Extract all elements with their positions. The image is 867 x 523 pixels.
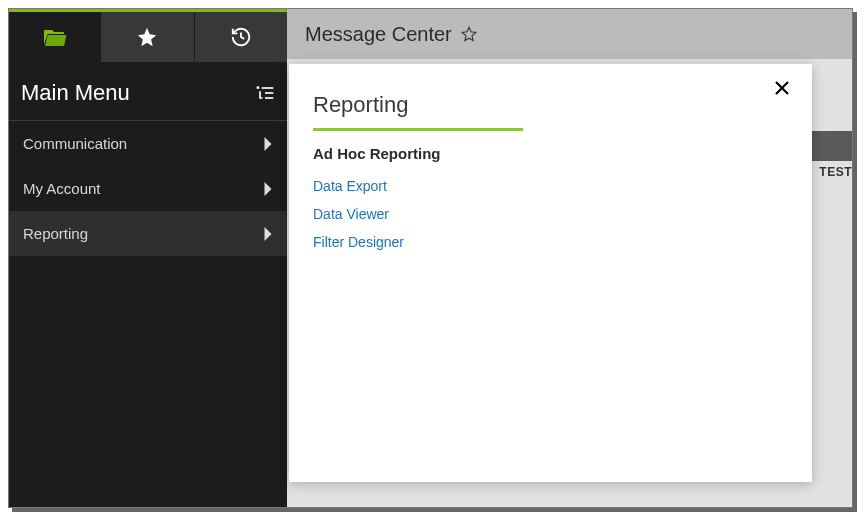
main-menu-header: Main Menu bbox=[9, 62, 287, 121]
sidebar: Main Menu Communication My Account Repor… bbox=[9, 9, 287, 507]
close-button[interactable] bbox=[774, 80, 790, 96]
sidebar-item-reporting[interactable]: Reporting bbox=[9, 211, 287, 256]
menu-items: Communication My Account Reporting bbox=[9, 121, 287, 256]
star-outline-icon[interactable] bbox=[460, 25, 478, 43]
sidebar-item-label: My Account bbox=[23, 180, 101, 197]
star-icon bbox=[136, 26, 158, 48]
chevron-right-icon bbox=[263, 137, 273, 151]
folder-open-icon bbox=[43, 27, 67, 47]
chevron-right-icon bbox=[263, 182, 273, 196]
link-filter-designer[interactable]: Filter Designer bbox=[313, 228, 788, 256]
history-icon bbox=[230, 26, 252, 48]
tab-history[interactable] bbox=[194, 12, 287, 62]
page-title: Message Center bbox=[305, 23, 452, 46]
link-data-viewer[interactable]: Data Viewer bbox=[313, 200, 788, 228]
chevron-right-icon bbox=[263, 227, 273, 241]
sidebar-item-communication[interactable]: Communication bbox=[9, 121, 287, 166]
popup-category: Ad Hoc Reporting bbox=[313, 145, 788, 162]
sidebar-item-my-account[interactable]: My Account bbox=[9, 166, 287, 211]
sidebar-item-label: Reporting bbox=[23, 225, 88, 242]
reporting-popup: Reporting Ad Hoc Reporting Data Export D… bbox=[289, 64, 812, 482]
svg-rect-3 bbox=[257, 86, 260, 89]
popup-title: Reporting bbox=[313, 92, 523, 131]
link-data-export[interactable]: Data Export bbox=[313, 172, 788, 200]
popup-links: Data Export Data Viewer Filter Designer bbox=[313, 172, 788, 256]
main-menu-title: Main Menu bbox=[21, 80, 130, 106]
sidebar-item-label: Communication bbox=[23, 135, 127, 152]
close-icon bbox=[774, 80, 790, 96]
tab-favorites[interactable] bbox=[101, 12, 193, 62]
page-header: Message Center bbox=[287, 9, 852, 59]
text-fragment: TEST bbox=[819, 165, 852, 179]
tab-menu[interactable] bbox=[9, 12, 101, 62]
top-tabs bbox=[9, 12, 287, 62]
tree-collapse-icon[interactable] bbox=[255, 84, 275, 102]
